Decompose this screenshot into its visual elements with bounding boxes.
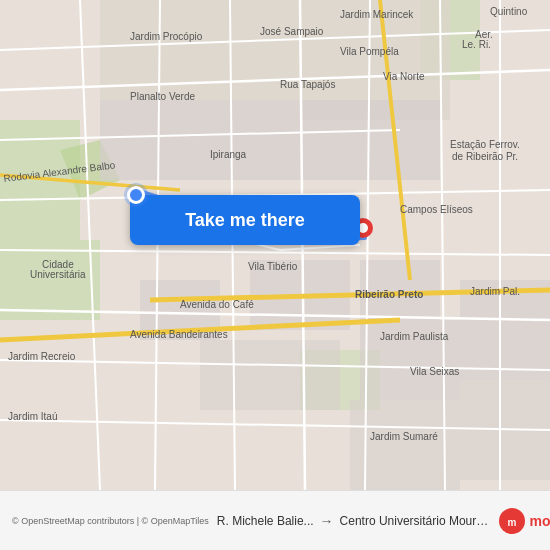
svg-text:Estação Ferrov.: Estação Ferrov. (450, 139, 520, 150)
svg-text:Jardim Recreio: Jardim Recreio (8, 351, 76, 362)
svg-text:Jardim Pal.: Jardim Pal. (470, 286, 520, 297)
arrow-right-icon: → (320, 513, 334, 529)
destination-label: Centro Universitário Moura Lace... (340, 514, 490, 528)
moovit-logo: m moovit (498, 507, 550, 535)
svg-text:Jardim Paulista: Jardim Paulista (380, 331, 449, 342)
map-container: Quintino Jardim Marincek Jardim Procópio… (0, 0, 550, 490)
svg-text:Le. Ri.: Le. Ri. (462, 39, 491, 50)
map-background: Quintino Jardim Marincek Jardim Procópio… (0, 0, 550, 490)
svg-text:Jardim Marincek: Jardim Marincek (340, 9, 414, 20)
svg-text:José Sampaio: José Sampaio (260, 26, 324, 37)
svg-text:Universitária: Universitária (30, 269, 86, 280)
svg-text:Avenida Bandeirantes: Avenida Bandeirantes (130, 329, 228, 340)
svg-text:Ribeirão Preto: Ribeirão Preto (355, 289, 423, 300)
svg-text:m: m (507, 517, 516, 528)
map-attribution: © OpenStreetMap contributors | © OpenMap… (12, 516, 209, 526)
svg-text:Jardim Itaú: Jardim Itaú (8, 411, 57, 422)
origin-label: R. Michele Balie... (217, 514, 314, 528)
svg-text:Vila Tibério: Vila Tibério (248, 261, 298, 272)
svg-rect-9 (220, 100, 320, 180)
svg-text:Ipiranga: Ipiranga (210, 149, 247, 160)
svg-text:Jardim Sumaré: Jardim Sumaré (370, 431, 438, 442)
svg-rect-2 (0, 240, 100, 320)
svg-text:Rua Tapajós: Rua Tapajós (280, 79, 335, 90)
svg-rect-15 (200, 340, 340, 410)
svg-text:de Ribeirão Pr.: de Ribeirão Pr. (452, 151, 518, 162)
svg-text:Campos Elíseos: Campos Elíseos (400, 204, 473, 215)
svg-text:Jardim Procópio: Jardim Procópio (130, 31, 203, 42)
svg-text:Planalto Verde: Planalto Verde (130, 91, 195, 102)
svg-text:Via Norte: Via Norte (383, 71, 425, 82)
moovit-brand-text: moovit (530, 513, 550, 529)
bottom-bar: © OpenStreetMap contributors | © OpenMap… (0, 490, 550, 550)
svg-text:Vila Pompéla: Vila Pompéla (340, 46, 399, 57)
route-info: R. Michele Balie... → Centro Universitár… (209, 513, 498, 529)
svg-rect-8 (100, 100, 220, 180)
svg-text:Vila Seixas: Vila Seixas (410, 366, 459, 377)
location-dot (127, 186, 145, 204)
moovit-icon: m (498, 507, 526, 535)
svg-text:Quintino: Quintino (490, 6, 528, 17)
svg-text:Avenida do Café: Avenida do Café (180, 299, 254, 310)
svg-rect-10 (320, 100, 440, 180)
take-me-there-button[interactable]: Take me there (130, 195, 360, 245)
